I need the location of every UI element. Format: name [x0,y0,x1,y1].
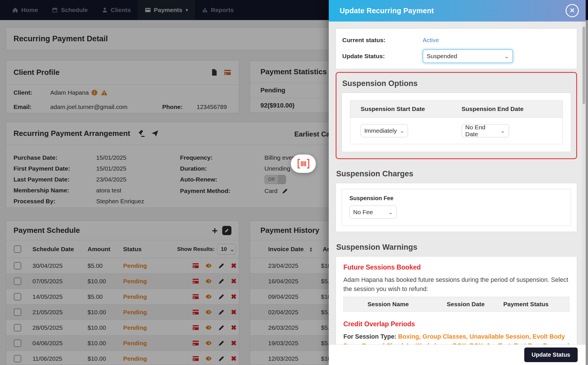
current-status-label: Current status: [342,37,423,44]
suspension-end-value: No End Date [465,124,498,138]
barcode-scan-icon [297,159,310,169]
current-status-value: Active [423,37,439,44]
sessions-table-header: Session Name Session Date Payment Status [343,297,569,312]
suspension-options-heading: Suspension Options [342,79,571,88]
app-viewport: Home Schedule Clients Payments ▾ Reports… [0,0,588,365]
col-session-date: Session Date [447,301,503,308]
suspension-start-select[interactable]: Immediately ⌄ [361,124,408,137]
scrollbar-thumb[interactable] [583,27,585,104]
session-type-text: For Session Type: Boxing, Group Classes,… [343,332,569,345]
suspension-start-value: Immediately [364,127,397,134]
update-status-label: Update Status: [342,53,423,60]
suspension-warnings-card: Future Sessions Booked Adam Hapana has b… [336,256,577,344]
update-recurring-payment-modal: Update Recurring Payment ✕ Current statu… [329,0,586,365]
suspension-charges-heading: Suspension Charges [336,169,577,178]
session-type-prefix: For Session Type: [343,333,398,340]
update-status-value: Suspended [427,53,457,60]
suspension-fee-value: No Fee [353,209,373,216]
suspension-fee-select[interactable]: No Fee ⌄ [349,206,397,219]
col-end-date: Suspension End Date [462,106,563,112]
options-table-header: Suspension Start Date Suspension End Dat… [350,101,562,118]
col-start-date: Suspension Start Date [361,106,462,112]
modal-footer: Update Status [329,344,586,365]
modal-header: Update Recurring Payment ✕ [329,0,586,22]
suspension-fee-box: Suspension Fee No Fee ⌄ [342,189,571,226]
col-session-name: Session Name [368,301,447,308]
suspension-end-select[interactable]: No End Date ⌄ [462,124,509,137]
update-status-button[interactable]: Update Status [524,348,578,362]
close-icon: ✕ [570,7,575,14]
suspension-options-card: Suspension Start Date Suspension End Dat… [342,93,571,152]
suspension-fee-label: Suspension Fee [349,195,563,202]
suspension-charges-card: Suspension Fee No Fee ⌄ [336,183,577,232]
current-status-row: Current status: Active [342,34,570,46]
modal-body: Current status: Active Update Status: Su… [329,22,586,344]
credit-overlap-heading: Credit Overlap Periods [343,320,569,328]
suspension-options-section: Suspension Options Suspension Start Date… [336,72,577,159]
update-status-row: Update Status: Suspended ⌄ [342,49,570,63]
close-button[interactable]: ✕ [566,4,579,17]
suspension-warnings-heading: Suspension Warnings [336,243,577,252]
modal-scrollbar[interactable] [582,22,586,345]
barcode-scan-fab[interactable] [291,155,316,173]
status-card: Current status: Active Update Status: Su… [336,28,577,69]
options-table-row: Immediately ⌄ No End Date ⌄ [350,118,562,144]
future-sessions-text: Adam Hapana has booked future sessions d… [343,275,569,294]
suspension-options-table: Suspension Start Date Suspension End Dat… [350,100,563,144]
update-status-select[interactable]: Suspended ⌄ [423,49,513,63]
col-payment-status: Payment Status [503,301,569,308]
modal-title: Update Recurring Payment [340,7,434,15]
future-sessions-heading: Future Sessions Booked [343,263,569,271]
